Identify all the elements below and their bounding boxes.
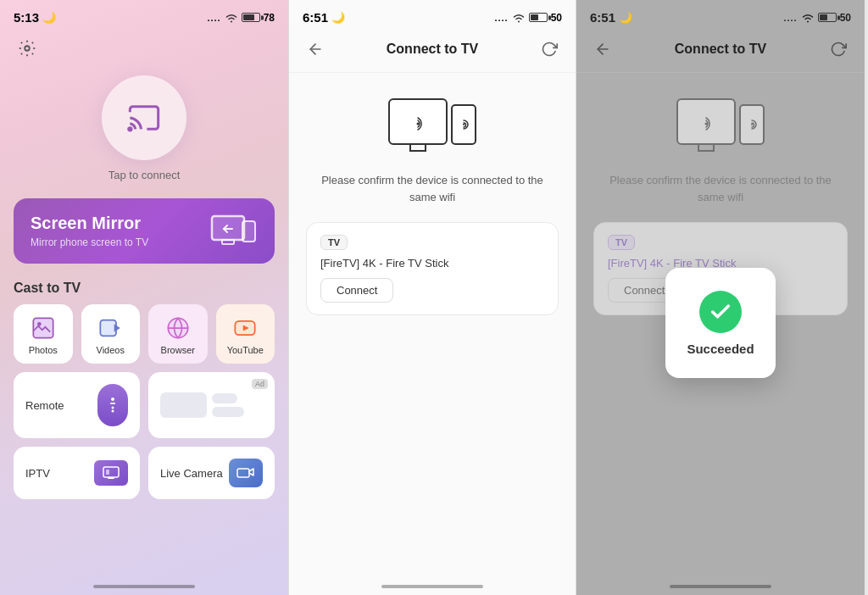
phone-illustration-2 <box>451 104 476 145</box>
back-button-2[interactable] <box>303 36 328 62</box>
battery-pct-2: 50 <box>551 12 562 24</box>
youtube-icon <box>233 316 257 340</box>
refresh-button-2[interactable] <box>537 36 562 62</box>
time-2: 6:51 <box>303 10 328 25</box>
youtube-label: YouTube <box>227 345 264 355</box>
status-bar-2: 6:51 🌙 .... 50 <box>289 0 576 28</box>
home-indicator-2 <box>381 585 483 588</box>
iptv-item[interactable]: IPTV <box>14 447 140 499</box>
wide-grid: Remote Ad <box>14 372 275 438</box>
wifi-icon-2 <box>512 13 526 23</box>
svg-rect-18 <box>106 470 109 475</box>
header-2: Connect to TV <box>289 28 576 73</box>
grid-item-videos[interactable]: Videos <box>81 304 141 364</box>
svg-point-12 <box>111 398 114 401</box>
tap-connect-label: Tap to connect <box>108 169 181 181</box>
svg-rect-16 <box>103 467 119 477</box>
svg-point-23 <box>751 124 753 125</box>
live-camera-item[interactable]: Live Camera <box>148 447 275 499</box>
phone-screen-1: 5:13 🌙 .... 78 <box>0 0 288 595</box>
tv-illustration-3 <box>676 98 736 145</box>
home-indicator-1 <box>93 585 195 588</box>
wifi-confirm-text-3: Please confirm the device is connected t… <box>602 172 839 205</box>
svg-point-1 <box>129 128 131 131</box>
bottom-grid: IPTV Live Camera <box>14 447 275 499</box>
screen-mirror-title: Screen Mirror <box>31 214 148 233</box>
svg-point-20 <box>417 122 420 125</box>
grid-item-photos[interactable]: Photos <box>14 304 73 364</box>
phone3-content: 6:51 🌙 .... 50 <box>576 0 865 595</box>
succeeded-popup: Succeeded <box>665 268 776 378</box>
tv-illustration-2 <box>388 98 448 145</box>
device-name-2: [FireTV] 4K - Fire TV Stick <box>320 257 544 270</box>
mirror-icon <box>210 214 258 248</box>
succeeded-label: Succeeded <box>687 342 754 356</box>
battery-3 <box>818 13 837 22</box>
svg-point-14 <box>112 407 114 409</box>
connect-illustration-2 <box>289 98 576 155</box>
browser-label: Browser <box>161 345 195 355</box>
tap-connect-area[interactable]: Tap to connect <box>0 75 288 181</box>
battery-1 <box>242 13 260 22</box>
connect-button-2[interactable]: Connect <box>320 278 393 303</box>
svg-rect-17 <box>108 477 114 479</box>
ad-item[interactable]: Ad <box>148 372 275 438</box>
screen-mirror-text: Screen Mirror Mirror phone screen to TV <box>31 214 148 248</box>
svg-rect-7 <box>101 320 117 336</box>
screen-mirror-card[interactable]: Screen Mirror Mirror phone screen to TV <box>14 198 275 264</box>
back-button-3[interactable] <box>590 36 615 62</box>
tv-stand-3 <box>698 145 715 152</box>
svg-point-22 <box>705 122 708 125</box>
svg-point-21 <box>463 124 465 125</box>
refresh-button-3[interactable] <box>826 36 851 62</box>
header-title-2: Connect to TV <box>387 42 478 57</box>
iptv-label: IPTV <box>25 467 50 480</box>
device-card-header-3: TV <box>608 235 833 250</box>
header-title-3: Connect to TV <box>675 42 766 57</box>
tv-badge-2: TV <box>320 235 348 250</box>
ad-content <box>160 392 244 418</box>
tap-connect-circle[interactable] <box>102 75 186 160</box>
time-3: 6:51 <box>590 10 615 25</box>
grid-item-browser[interactable]: Browser <box>148 304 208 364</box>
svg-rect-4 <box>242 221 255 242</box>
cast-grid: Photos Videos Browser YouTube <box>14 304 275 364</box>
svg-rect-13 <box>110 403 115 404</box>
signal-1: .... <box>207 13 220 23</box>
remote-label: Remote <box>25 399 64 412</box>
ad-badge: Ad <box>252 379 268 389</box>
signal-3: .... <box>783 13 797 23</box>
iptv-icon <box>94 460 128 486</box>
settings-button[interactable] <box>14 35 41 62</box>
time-1: 5:13 <box>14 10 39 25</box>
battery-2 <box>529 13 548 22</box>
wifi-icon-3 <box>801 13 815 23</box>
tv-stand-2 <box>409 145 426 152</box>
tv-phone-illus-3 <box>676 98 765 155</box>
svg-rect-19 <box>237 469 249 477</box>
status-bar-3: 6:51 🌙 .... 50 <box>576 0 865 28</box>
phone-screen-3: 6:51 🌙 .... 50 <box>576 0 865 595</box>
cast-icon <box>127 101 161 135</box>
wifi-confirm-text-2: Please confirm the device is connected t… <box>314 172 550 205</box>
device-card-header-2: TV <box>320 235 544 250</box>
phone-screen-2: 6:51 🌙 .... 50 Connect to TV <box>288 0 576 595</box>
tv-phone-illus-2 <box>388 98 476 155</box>
battery-pct-1: 78 <box>264 12 275 24</box>
svg-point-0 <box>25 46 30 51</box>
connect-illustration-3 <box>576 98 865 155</box>
videos-label: Videos <box>97 345 125 355</box>
home-indicator-3 <box>670 585 771 588</box>
success-circle <box>699 291 742 333</box>
svg-marker-8 <box>114 324 120 331</box>
moon-icon-3: 🌙 <box>619 11 632 24</box>
svg-point-15 <box>112 410 114 413</box>
phone-illustration-3 <box>739 104 765 145</box>
browser-icon <box>166 316 190 340</box>
cast-to-tv-label: Cast to TV <box>14 281 275 296</box>
photos-label: Photos <box>29 345 58 355</box>
header-3: Connect to TV <box>576 28 865 73</box>
grid-item-youtube[interactable]: YouTube <box>216 304 275 364</box>
remote-item[interactable]: Remote <box>14 372 140 438</box>
device-card-2: TV [FireTV] 4K - Fire TV Stick Connect <box>306 222 559 315</box>
